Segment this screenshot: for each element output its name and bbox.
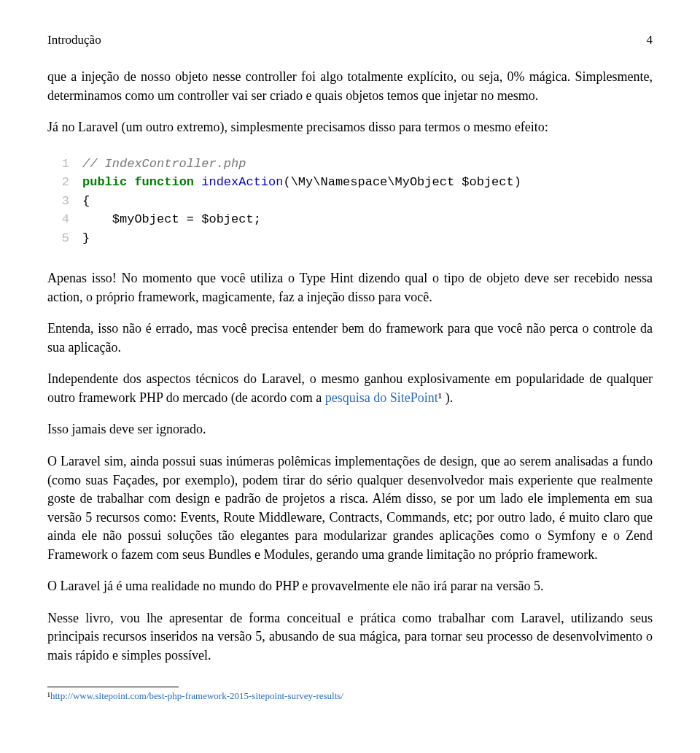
code-line-2: 2 public function indexAction(\My\Namesp… — [47, 173, 653, 192]
code-text: { — [82, 192, 90, 211]
code-block: 1 // IndexController.php 2 public functi… — [47, 155, 653, 248]
footnote: ¹http://www.sitepoint.com/best-php-frame… — [47, 690, 653, 703]
paragraph-9: Nesse livro, vou lhe apresentar de forma… — [47, 609, 653, 665]
paragraph-5-text-b: ). — [442, 390, 453, 405]
paragraph-7: O Laravel sim, ainda possui suas inúmera… — [47, 452, 653, 564]
sitepoint-link[interactable]: pesquisa do SitePoint — [325, 390, 438, 405]
code-line-1: 1 // IndexController.php — [47, 155, 653, 174]
paragraph-3: Apenas isso! No momento que você utiliza… — [47, 269, 653, 306]
code-keyword: public — [82, 175, 127, 189]
paragraph-6: Isso jamais deve ser ignorado. — [47, 420, 653, 439]
code-text: } — [82, 229, 90, 248]
page-header: Introdução 4 — [47, 33, 653, 47]
code-text: (\My\Namespace\MyObject $object) — [283, 175, 521, 189]
code-keyword: function — [134, 175, 194, 189]
page-container: Introdução 4 que a injeção de nosso obje… — [0, 0, 700, 725]
line-number: 3 — [47, 192, 82, 211]
paragraph-4: Entenda, isso não é errado, mas você pre… — [47, 320, 653, 357]
paragraph-2: Já no Laravel (um outro extremo), simple… — [47, 118, 653, 137]
code-line-3: 3 { — [47, 192, 653, 211]
section-title: Introdução — [47, 33, 101, 47]
paragraph-1: que a injeção de nosso objeto nesse cont… — [47, 68, 653, 105]
line-number: 1 — [47, 155, 82, 174]
code-line-5: 5 } — [47, 229, 653, 248]
line-number: 5 — [47, 229, 82, 248]
paragraph-5: Independente dos aspectos técnicos do La… — [47, 370, 653, 407]
code-comment: // IndexController.php — [82, 157, 246, 171]
page-number: 4 — [647, 33, 653, 47]
line-number: 4 — [47, 210, 82, 229]
footnote-link[interactable]: http://www.sitepoint.com/best-php-framew… — [50, 690, 343, 701]
code-text: $myObject = $object; — [82, 210, 261, 229]
line-number: 2 — [47, 173, 82, 192]
paragraph-8: O Laravel já é uma realidade no mundo do… — [47, 577, 653, 596]
footnote-separator — [47, 687, 179, 687]
code-funcname: indexAction — [194, 175, 283, 189]
code-line-4: 4 $myObject = $object; — [47, 210, 653, 229]
